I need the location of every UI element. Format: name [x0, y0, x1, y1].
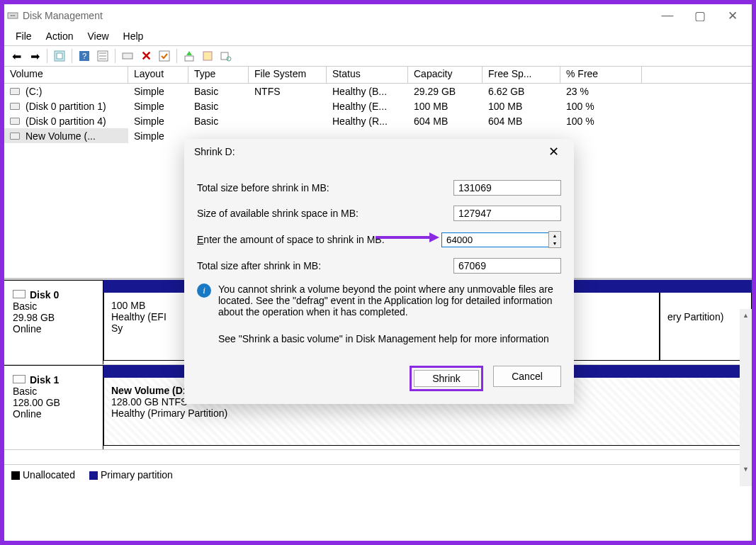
cancel-button[interactable]: Cancel	[493, 366, 561, 387]
menu-help[interactable]: Help	[116, 28, 151, 44]
col-cap[interactable]: Capacity	[408, 67, 483, 83]
disk-label[interactable]: Disk 0 Basic 29.98 GB Online	[4, 280, 103, 364]
dialog-close-icon[interactable]: ✕	[543, 144, 564, 159]
partition[interactable]: ery Partition)	[660, 280, 752, 364]
info-text-1: You cannot shrink a volume beyond the po…	[218, 283, 561, 318]
volume-table-body: (C:) Simple Basic NTFS Healthy (B... 29.…	[4, 84, 752, 143]
label-total-after: Total size after shrink in MB:	[197, 260, 453, 271]
partition[interactable]: 100 MB Healthy (EFI Sy	[103, 280, 187, 364]
drive-icon	[10, 133, 20, 140]
check-icon[interactable]	[157, 48, 172, 64]
scroll-up-icon[interactable]: ▲	[740, 309, 752, 321]
up-icon[interactable]	[181, 48, 197, 64]
disk-icon	[13, 290, 26, 298]
field-total-before: 131069	[453, 180, 561, 196]
dialog-title: Shrink D:	[194, 146, 543, 157]
title-bar: == Disk Management — ▢ ✕	[4, 4, 752, 27]
col-pct[interactable]: % Free	[560, 67, 642, 83]
swatch-unallocated	[11, 471, 20, 480]
menu-file[interactable]: File	[9, 28, 39, 44]
dialog-title-bar: Shrink D: ✕	[184, 139, 574, 164]
shrink-amount-input[interactable]	[441, 232, 549, 247]
menu-bar: File Action View Help	[4, 27, 752, 45]
info-icon: i	[197, 283, 211, 298]
shrink-dialog: Shrink D: ✕ Total size before shrink in …	[184, 139, 574, 404]
svg-rect-14	[203, 52, 212, 60]
drive-icon	[10, 103, 20, 110]
disk-icon	[13, 375, 26, 383]
col-volume[interactable]: Volume	[4, 67, 128, 83]
label-total-before: Total size before shrink in MB:	[197, 182, 453, 193]
svg-marker-13	[186, 51, 192, 55]
svg-rect-10	[123, 53, 132, 59]
menu-action[interactable]: Action	[39, 28, 81, 44]
spin-down-icon: ▼	[549, 240, 560, 247]
vertical-scrollbar[interactable]: ▲ ▼	[740, 309, 752, 486]
scroll-down-icon[interactable]: ▼	[740, 463, 752, 475]
drive-icon	[10, 118, 20, 125]
info-text-2: See "Shrink a basic volume" in Disk Mana…	[218, 333, 549, 344]
shrink-button[interactable]: Shrink	[414, 370, 479, 387]
spin-up-icon: ▲	[549, 232, 560, 240]
col-free[interactable]: Free Sp...	[483, 67, 560, 83]
minimize-button[interactable]: —	[651, 5, 684, 26]
svg-rect-11	[159, 51, 169, 61]
back-icon[interactable]: ⬅	[9, 48, 24, 64]
app-icon: ==	[7, 10, 18, 21]
shrink-button-highlight: Shrink	[410, 366, 483, 391]
forward-icon[interactable]: ➡	[27, 48, 43, 64]
disk-label[interactable]: Disk 1 Basic 128.00 GB Online	[4, 365, 103, 449]
help-icon[interactable]: ?	[77, 48, 92, 64]
delete-icon[interactable]: ✕	[138, 48, 154, 64]
list-icon[interactable]	[95, 48, 111, 64]
spinner[interactable]: ▲▼	[548, 231, 561, 248]
col-type[interactable]: Type	[188, 67, 249, 83]
svg-text:==: ==	[10, 13, 16, 18]
search-icon[interactable]	[218, 48, 234, 64]
svg-rect-12	[185, 56, 193, 61]
maximize-button[interactable]: ▢	[684, 5, 716, 26]
col-fs[interactable]: File System	[249, 67, 327, 83]
svg-rect-3	[57, 53, 62, 59]
table-row[interactable]: (C:) Simple Basic NTFS Healthy (B... 29.…	[4, 84, 752, 99]
refresh-icon[interactable]	[120, 48, 135, 64]
toolbar: ⬅ ➡ ? ✕	[4, 45, 752, 67]
svg-text:?: ?	[82, 52, 86, 60]
field-available: 127947	[453, 206, 561, 221]
drive-icon	[10, 88, 20, 95]
field-total-after: 67069	[453, 258, 561, 274]
window-title: Disk Management	[23, 10, 651, 21]
annotation-arrow	[376, 232, 439, 242]
legend: Unallocated Primary partition	[4, 464, 752, 484]
col-status[interactable]: Status	[327, 67, 408, 83]
col-layout[interactable]: Layout	[128, 67, 188, 83]
close-button[interactable]: ✕	[716, 5, 749, 26]
volume-table-header: Volume Layout Type File System Status Ca…	[4, 67, 752, 84]
label-available: Size of available shrink space in MB:	[197, 208, 453, 219]
table-row[interactable]: (Disk 0 partition 4) Simple Basic Health…	[4, 113, 752, 128]
pin-icon[interactable]	[200, 48, 215, 64]
table-row[interactable]: (Disk 0 partition 1) Simple Basic Health…	[4, 99, 752, 113]
expand-icon[interactable]	[52, 48, 67, 64]
menu-view[interactable]: View	[80, 28, 115, 44]
swatch-primary	[89, 471, 98, 480]
